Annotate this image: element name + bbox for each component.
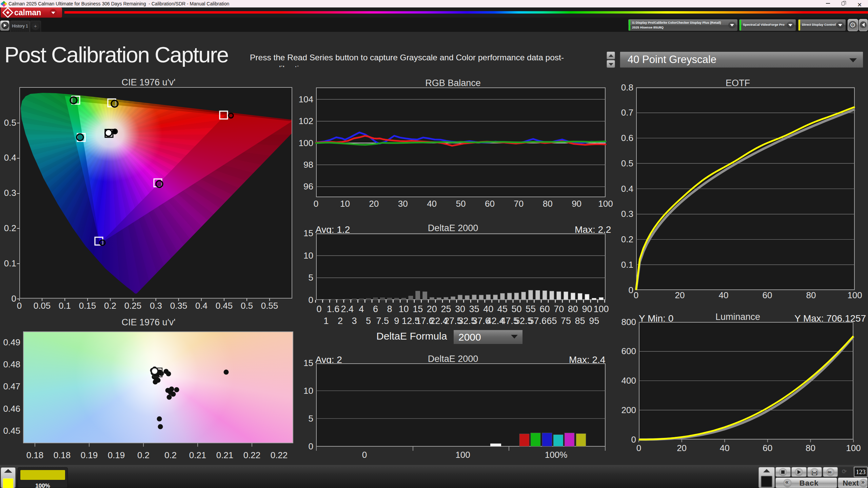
svg-text:17.6: 17.6 xyxy=(416,316,434,326)
svg-text:25: 25 xyxy=(441,304,451,314)
svg-text:0.5: 0.5 xyxy=(241,301,253,311)
svg-text:0.05: 0.05 xyxy=(34,301,51,311)
svg-text:0: 0 xyxy=(17,301,22,311)
svg-text:0.2: 0.2 xyxy=(164,450,177,460)
svg-text:30: 30 xyxy=(455,304,465,314)
svg-text:0: 0 xyxy=(636,443,641,453)
svg-text:0.5: 0.5 xyxy=(621,158,633,168)
svg-text:6: 6 xyxy=(373,304,378,314)
svg-text:47.5: 47.5 xyxy=(500,316,518,326)
svg-text:0.18: 0.18 xyxy=(54,450,71,460)
svg-text:0.15: 0.15 xyxy=(79,301,96,311)
svg-text:85: 85 xyxy=(575,316,585,326)
svg-text:4: 4 xyxy=(359,304,364,314)
svg-text:60: 60 xyxy=(540,304,550,314)
svg-text:200: 200 xyxy=(622,405,636,415)
svg-text:37.6: 37.6 xyxy=(472,316,490,326)
svg-text:5: 5 xyxy=(309,413,313,424)
svg-text:104: 104 xyxy=(299,94,313,104)
svg-text:0: 0 xyxy=(314,199,318,209)
svg-text:90: 90 xyxy=(582,304,592,314)
svg-text:0.22: 0.22 xyxy=(243,450,261,460)
svg-text:95: 95 xyxy=(589,316,599,326)
svg-text:0.49: 0.49 xyxy=(3,337,20,347)
svg-text:0.2: 0.2 xyxy=(104,301,116,311)
svg-text:0.3: 0.3 xyxy=(4,188,16,198)
svg-text:40: 40 xyxy=(720,443,730,453)
svg-text:0: 0 xyxy=(316,304,321,314)
svg-text:0.21: 0.21 xyxy=(216,450,234,460)
svg-text:0.25: 0.25 xyxy=(124,301,142,311)
svg-text:2: 2 xyxy=(338,316,343,326)
svg-text:100: 100 xyxy=(299,138,313,148)
svg-text:42.4: 42.4 xyxy=(487,316,505,326)
svg-text:0.1: 0.1 xyxy=(59,301,71,311)
svg-text:75: 75 xyxy=(561,316,571,326)
svg-text:30: 30 xyxy=(398,199,408,209)
svg-text:100: 100 xyxy=(847,290,862,300)
svg-text:0.2: 0.2 xyxy=(621,234,633,244)
svg-text:80: 80 xyxy=(568,304,578,314)
svg-text:8: 8 xyxy=(387,304,392,314)
svg-text:65: 65 xyxy=(547,316,557,326)
svg-text:9: 9 xyxy=(394,316,399,326)
svg-text:57.6: 57.6 xyxy=(529,316,547,326)
svg-text:calman: calman xyxy=(14,8,41,17)
svg-text:100: 100 xyxy=(593,304,609,314)
svg-text:0: 0 xyxy=(12,293,16,304)
svg-text:3: 3 xyxy=(352,316,357,326)
svg-text:0.47: 0.47 xyxy=(3,381,20,391)
svg-text:0.2: 0.2 xyxy=(137,450,150,460)
svg-text:0.18: 0.18 xyxy=(26,450,44,460)
svg-text:2.4: 2.4 xyxy=(341,304,354,314)
svg-text:10: 10 xyxy=(399,304,409,314)
svg-text:⚙: ⚙ xyxy=(850,21,856,29)
svg-text:0.2: 0.2 xyxy=(4,223,16,233)
svg-text:70: 70 xyxy=(554,304,564,314)
svg-text:100: 100 xyxy=(455,450,470,460)
svg-text:100%: 100% xyxy=(545,450,568,460)
svg-text:0.1: 0.1 xyxy=(4,258,16,268)
svg-text:0.55: 0.55 xyxy=(261,301,278,311)
svg-text:52.5: 52.5 xyxy=(515,316,533,326)
svg-text:0.3: 0.3 xyxy=(621,209,633,219)
svg-text:35: 35 xyxy=(469,304,479,314)
svg-text:60: 60 xyxy=(485,199,495,209)
svg-text:20: 20 xyxy=(369,199,379,209)
svg-text:0.46: 0.46 xyxy=(3,404,20,414)
svg-text:5: 5 xyxy=(366,316,371,326)
svg-text:40: 40 xyxy=(719,290,729,300)
svg-text:0.1: 0.1 xyxy=(621,260,633,270)
svg-text:20: 20 xyxy=(675,290,685,300)
svg-text:0: 0 xyxy=(309,441,313,451)
svg-text:1: 1 xyxy=(323,316,329,326)
svg-text:0.8: 0.8 xyxy=(621,82,633,93)
svg-text:102: 102 xyxy=(299,116,313,126)
svg-text:60: 60 xyxy=(763,443,772,453)
svg-text:0.5: 0.5 xyxy=(4,118,16,128)
svg-text:0.3: 0.3 xyxy=(150,301,162,311)
svg-text:0.48: 0.48 xyxy=(3,359,20,369)
svg-text:20: 20 xyxy=(427,304,437,314)
svg-text:50: 50 xyxy=(511,304,521,314)
svg-text:15: 15 xyxy=(413,304,423,314)
svg-text:20: 20 xyxy=(677,443,687,453)
svg-text:80: 80 xyxy=(806,443,815,453)
svg-text:400: 400 xyxy=(622,375,636,386)
svg-text:15: 15 xyxy=(303,358,313,368)
svg-text:40: 40 xyxy=(483,304,493,314)
svg-text:0.6: 0.6 xyxy=(621,133,633,143)
svg-text:0.7: 0.7 xyxy=(621,107,633,118)
svg-text:50: 50 xyxy=(456,199,466,209)
svg-text:60: 60 xyxy=(763,290,772,300)
svg-text:10: 10 xyxy=(303,250,313,261)
svg-text:10: 10 xyxy=(303,386,313,396)
svg-text:0: 0 xyxy=(631,434,636,445)
svg-text:98: 98 xyxy=(303,160,313,170)
svg-text:100: 100 xyxy=(846,443,861,453)
svg-text:100: 100 xyxy=(598,199,613,209)
svg-text:70: 70 xyxy=(514,199,524,209)
svg-text:27.5: 27.5 xyxy=(444,316,462,326)
svg-text:96: 96 xyxy=(303,181,313,191)
svg-text:0.22: 0.22 xyxy=(271,450,288,460)
